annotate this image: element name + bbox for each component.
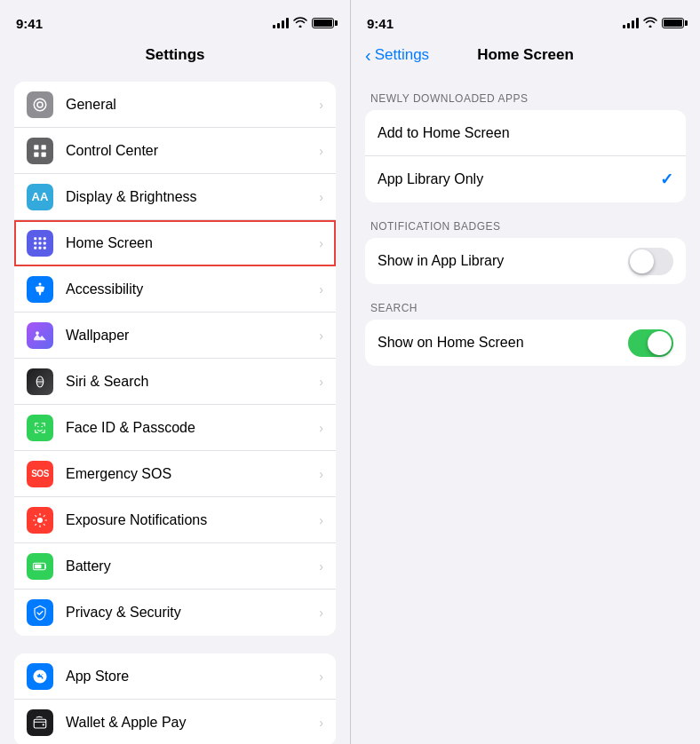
show-in-app-library-row[interactable]: Show in App Library: [365, 238, 686, 284]
sidebar-item-home-screen[interactable]: Home Screen ›: [14, 220, 336, 266]
home-screen-settings: NEWLY DOWNLOADED APPS Add to Home Screen…: [351, 75, 700, 744]
svg-point-13: [39, 282, 42, 285]
display-chevron: ›: [319, 190, 323, 204]
sidebar-item-battery[interactable]: Battery ›: [14, 543, 336, 590]
show-on-home-screen-row[interactable]: Show on Home Screen: [365, 320, 686, 366]
left-panel-title: Settings: [145, 46, 204, 64]
accessibility-chevron: ›: [319, 282, 323, 297]
privacy-icon: [27, 599, 53, 626]
section-label-newly-downloaded: NEWLY DOWNLOADED APPS: [370, 92, 680, 105]
battery-icon-right: [662, 18, 684, 28]
sidebar-item-control-center[interactable]: Control Center ›: [14, 128, 336, 174]
svg-rect-4: [34, 237, 36, 240]
status-icons-left: [273, 17, 334, 30]
emergency-icon: SOS: [27, 461, 53, 487]
status-icons-right: [623, 17, 684, 30]
app-library-checkmark: ✓: [660, 170, 673, 189]
add-to-home-screen-label: Add to Home Screen: [378, 125, 673, 141]
svg-point-14: [36, 331, 39, 335]
section-label-notification-badges: NOTIFICATION BADGES: [370, 220, 680, 233]
right-panel: 9:41 ‹ Settings: [350, 0, 700, 744]
svg-rect-0: [34, 145, 38, 149]
status-bar-left: 9:41: [0, 0, 350, 39]
sidebar-item-general[interactable]: General ›: [14, 82, 336, 128]
status-bar-right: 9:41: [351, 0, 700, 39]
toggle-thumb: [630, 249, 654, 273]
exposure-chevron: ›: [319, 513, 323, 527]
faceid-chevron: ›: [319, 421, 323, 435]
signal-icon-right: [623, 18, 639, 28]
back-label: Settings: [375, 46, 429, 64]
siri-chevron: ›: [319, 375, 323, 389]
add-to-home-screen-row[interactable]: Add to Home Screen: [365, 110, 686, 156]
control-center-chevron: ›: [319, 144, 323, 158]
sidebar-item-faceid[interactable]: Face ID & Passcode ›: [14, 405, 336, 451]
sidebar-item-wallet[interactable]: Wallet & Apple Pay ›: [14, 700, 336, 744]
appstore-chevron: ›: [319, 669, 323, 684]
exposure-label: Exposure Notifications: [66, 512, 319, 528]
section-label-search: SEARCH: [370, 302, 680, 314]
accessibility-label: Accessibility: [66, 281, 319, 297]
svg-rect-7: [34, 241, 36, 244]
general-icon: [27, 91, 53, 118]
sidebar-item-accessibility[interactable]: Accessibility ›: [14, 266, 336, 313]
control-center-icon: [27, 138, 53, 164]
general-chevron: ›: [319, 98, 323, 112]
faceid-label: Face ID & Passcode: [66, 420, 319, 436]
notification-badges-group: Show in App Library: [365, 238, 686, 284]
exposure-icon: [27, 507, 53, 534]
svg-rect-10: [34, 246, 36, 249]
show-on-home-screen-toggle[interactable]: [628, 329, 673, 357]
wallet-icon: [27, 709, 53, 736]
svg-rect-9: [44, 241, 46, 244]
sidebar-item-privacy[interactable]: Privacy & Security ›: [14, 590, 336, 636]
sidebar-item-exposure[interactable]: Exposure Notifications ›: [14, 497, 336, 543]
wallpaper-label: Wallpaper: [66, 328, 319, 344]
general-label: General: [66, 97, 319, 113]
svg-rect-21: [34, 719, 46, 728]
svg-rect-3: [42, 152, 46, 156]
wallet-label: Wallet & Apple Pay: [66, 715, 319, 731]
accessibility-icon: [27, 276, 53, 303]
wallpaper-icon: [27, 322, 53, 349]
sidebar-item-appstore[interactable]: App Store ›: [14, 653, 336, 700]
search-group: Show on Home Screen: [365, 320, 686, 366]
control-center-label: Control Center: [66, 143, 319, 159]
siri-icon: [27, 368, 53, 395]
emergency-chevron: ›: [319, 467, 323, 481]
svg-rect-12: [44, 246, 46, 249]
app-library-only-label: App Library Only: [378, 171, 660, 187]
back-button[interactable]: ‹ Settings: [365, 46, 429, 64]
svg-rect-1: [42, 145, 46, 149]
toggle-thumb-on: [648, 331, 672, 355]
sidebar-item-emergency[interactable]: SOS Emergency SOS ›: [14, 451, 336, 497]
settings-list-left[interactable]: General › Control Center › AA Display & …: [0, 75, 350, 744]
svg-rect-2: [34, 152, 38, 156]
sidebar-item-siri[interactable]: Siri & Search ›: [14, 359, 336, 405]
battery-label: Battery: [66, 558, 319, 574]
show-in-app-library-toggle[interactable]: [628, 248, 673, 275]
svg-point-18: [37, 518, 43, 523]
nav-header-right: ‹ Settings Home Screen: [351, 39, 700, 75]
app-library-only-row[interactable]: App Library Only ✓: [365, 156, 686, 202]
svg-point-17: [42, 425, 44, 427]
time-left: 9:41: [16, 16, 43, 31]
battery-icon-left: [312, 18, 334, 28]
wifi-icon-right: [643, 17, 657, 30]
sidebar-item-display[interactable]: AA Display & Brightness ›: [14, 174, 336, 220]
faceid-icon: [27, 415, 53, 441]
sidebar-item-wallpaper[interactable]: Wallpaper ›: [14, 313, 336, 359]
wallet-chevron: ›: [319, 716, 323, 730]
svg-rect-5: [39, 237, 42, 240]
left-panel: 9:41 Settings: [0, 0, 350, 744]
wallpaper-chevron: ›: [319, 328, 323, 343]
show-in-app-library-label: Show in App Library: [378, 253, 628, 269]
svg-rect-20: [35, 564, 42, 568]
svg-rect-11: [39, 246, 42, 249]
display-label: Display & Brightness: [66, 189, 319, 205]
appstore-label: App Store: [66, 669, 319, 685]
battery-icon: [27, 553, 53, 580]
show-on-home-screen-label: Show on Home Screen: [378, 335, 628, 351]
right-panel-title: Home Screen: [477, 46, 574, 64]
time-right: 9:41: [367, 16, 394, 31]
